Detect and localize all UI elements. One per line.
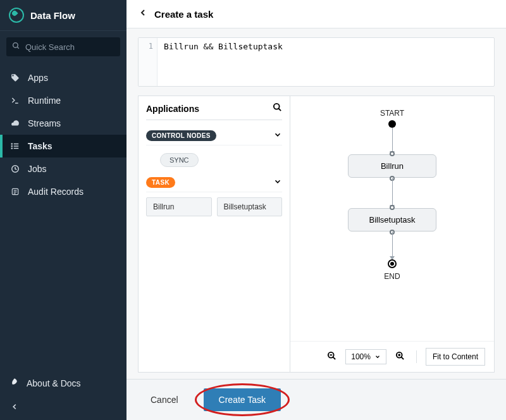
task-pill: TASK <box>146 177 175 188</box>
clock-icon <box>10 164 20 173</box>
control-nodes-section[interactable]: CONTROL NODES <box>146 127 282 145</box>
start-label: START <box>380 109 404 118</box>
sidebar-item-apps[interactable]: Apps <box>0 66 126 89</box>
page-title: Create a task <box>154 9 213 20</box>
zoom-out-button[interactable] <box>324 349 339 365</box>
svg-line-15 <box>278 108 281 111</box>
chevron-down-icon <box>374 354 381 360</box>
sidebar-item-audit[interactable]: Audit Records <box>0 180 126 203</box>
footer-actions: Cancel Create Task <box>126 379 506 420</box>
chevron-left-icon <box>10 402 19 413</box>
port-in[interactable] <box>390 151 395 156</box>
cancel-button[interactable]: Cancel <box>138 390 191 410</box>
sidebar-collapse[interactable] <box>0 396 126 420</box>
cloud-icon <box>10 119 20 128</box>
nav-label: Audit Records <box>28 187 83 197</box>
search-placeholder: Quick Search <box>25 42 75 52</box>
sync-node[interactable]: SYNC <box>160 153 199 167</box>
applications-panel: Applications CONTROL NODES SYNC TASK <box>139 96 290 372</box>
end-node[interactable] <box>388 259 397 268</box>
flow-node-billrun[interactable]: Billrun <box>348 154 436 178</box>
svg-point-8 <box>11 148 12 149</box>
svg-line-20 <box>401 357 404 359</box>
nav-label: Runtime <box>28 96 61 106</box>
code-line: Billrun && Billsetuptask <box>157 38 289 86</box>
chevron-down-icon <box>273 177 282 188</box>
task-app-billsetuptask[interactable]: Billsetuptask <box>217 197 283 216</box>
list-icon <box>10 142 20 151</box>
control-nodes-pill: CONTROL NODES <box>146 130 216 141</box>
line-number: 1 <box>139 38 157 86</box>
start-node[interactable] <box>388 120 396 128</box>
page-header: Create a task <box>126 0 506 28</box>
applications-title: Applications <box>146 104 199 114</box>
flow-edge <box>392 128 393 154</box>
sidebar-item-streams[interactable]: Streams <box>0 112 126 135</box>
flow-edge <box>392 178 393 208</box>
nav-label: Streams <box>28 118 61 128</box>
svg-line-1 <box>17 47 19 49</box>
task-section[interactable]: TASK <box>146 173 282 192</box>
about-label: About & Docs <box>27 378 81 388</box>
tag-icon <box>10 73 20 82</box>
svg-line-17 <box>333 357 336 359</box>
back-button[interactable] <box>138 8 148 20</box>
end-label: END <box>384 272 400 281</box>
node-label: Billrun <box>381 161 404 171</box>
port-in[interactable] <box>390 205 395 210</box>
flow-edge <box>392 232 393 259</box>
sidebar-item-jobs[interactable]: Jobs <box>0 158 126 180</box>
sidebar-item-about[interactable]: About & Docs <box>0 370 126 396</box>
sidebar-item-runtime[interactable]: Runtime <box>0 89 126 112</box>
dsl-editor[interactable]: 1 Billrun && Billsetuptask <box>138 37 495 87</box>
search-icon <box>12 42 20 52</box>
nav-label: Jobs <box>28 164 47 174</box>
terminal-icon <box>10 96 20 105</box>
zoom-value: 100% <box>351 352 371 361</box>
brand-title: Data Flow <box>30 10 75 21</box>
divider <box>416 350 417 363</box>
svg-point-14 <box>274 104 280 109</box>
nav-label: Apps <box>28 73 48 83</box>
flow-canvas[interactable]: START Billrun Billsetuptask <box>290 96 494 372</box>
flow-node-billsetuptask[interactable]: Billsetuptask <box>348 208 436 232</box>
canvas-toolbar: 100% Fit to Content <box>290 341 494 372</box>
apps-search-icon[interactable] <box>273 102 282 114</box>
quick-search[interactable]: Quick Search <box>6 37 120 56</box>
nav: Apps Runtime Streams Tasks <box>0 66 126 203</box>
chevron-down-icon <box>273 130 282 141</box>
sidebar-item-tasks[interactable]: Tasks <box>0 135 126 158</box>
brand: Data Flow <box>0 0 126 31</box>
node-label: Billsetuptask <box>369 215 416 225</box>
create-task-button[interactable]: Create Task <box>204 388 281 411</box>
leaf-icon <box>10 378 19 388</box>
svg-point-6 <box>11 144 12 144</box>
zoom-select[interactable]: 100% <box>345 349 386 364</box>
records-icon <box>10 187 20 196</box>
nav-label: Tasks <box>28 141 52 151</box>
svg-point-0 <box>13 43 18 48</box>
fit-to-content-button[interactable]: Fit to Content <box>426 348 485 366</box>
sidebar: Data Flow Quick Search Apps Runtime <box>0 0 126 420</box>
zoom-in-button[interactable] <box>393 349 407 365</box>
logo-icon <box>9 8 24 23</box>
svg-point-7 <box>11 145 12 146</box>
main: Create a task 1 Billrun && Billsetuptask… <box>126 0 506 420</box>
task-app-billrun[interactable]: Billrun <box>146 197 212 216</box>
